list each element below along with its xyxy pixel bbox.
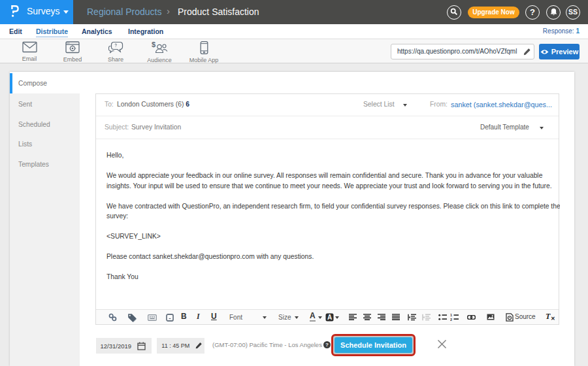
svg-text:$: $ (152, 41, 155, 48)
svg-text:A: A (327, 314, 332, 321)
svg-text:1: 1 (450, 314, 452, 317)
svg-text:2: 2 (450, 318, 452, 321)
